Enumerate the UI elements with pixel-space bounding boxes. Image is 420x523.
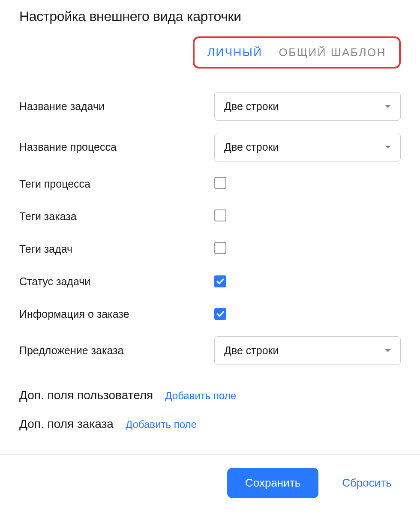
label-order-info: Информация о заказе: [19, 308, 214, 320]
select-task-name-value: Две строки: [224, 100, 380, 113]
label-order-tags: Теги заказа: [19, 210, 214, 223]
tab-personal[interactable]: ЛИЧНЫЙ: [207, 46, 263, 59]
checkbox-process-tags[interactable]: [214, 177, 226, 189]
add-user-field-button[interactable]: Добавить поле: [165, 390, 236, 402]
label-order-offer: Предложение заказа: [19, 344, 214, 357]
tab-shared-template[interactable]: ОБЩИЙ ШАБЛОН: [279, 46, 386, 59]
section-order-fields-label: Доп. поля заказа: [19, 417, 114, 431]
save-button[interactable]: Сохранить: [227, 468, 318, 498]
label-task-tags: Теги задач: [19, 243, 214, 255]
select-process-name-value: Две строки: [224, 141, 380, 153]
select-task-name[interactable]: Две строки: [214, 92, 401, 121]
add-order-field-button[interactable]: Добавить поле: [126, 418, 197, 430]
label-process-tags: Теги процесса: [19, 178, 214, 190]
checkbox-task-status[interactable]: [214, 275, 226, 287]
select-process-name[interactable]: Две строки: [214, 133, 401, 161]
label-process-name: Название процесса: [19, 141, 214, 153]
label-task-status: Статус задачи: [19, 275, 214, 288]
check-icon: [216, 311, 224, 317]
checkbox-task-tags[interactable]: [214, 242, 226, 254]
label-task-name: Название задачи: [19, 100, 214, 113]
select-order-offer[interactable]: Две строки: [214, 336, 401, 365]
chevron-down-icon: [385, 349, 391, 352]
select-order-offer-value: Две строки: [224, 344, 380, 357]
check-icon: [216, 278, 224, 284]
checkbox-order-tags[interactable]: [214, 209, 226, 221]
reset-button[interactable]: Сбросить: [342, 476, 392, 490]
chevron-down-icon: [385, 146, 391, 149]
section-user-fields-label: Доп. поля пользователя: [19, 389, 153, 402]
checkbox-order-info[interactable]: [214, 308, 226, 320]
tabs-container: ЛИЧНЫЙ ОБЩИЙ ШАБЛОН: [193, 36, 401, 69]
footer: Сохранить Сбросить: [0, 454, 420, 511]
page-title: Настройка внешнего вида карточки: [19, 9, 401, 24]
chevron-down-icon: [385, 105, 391, 108]
